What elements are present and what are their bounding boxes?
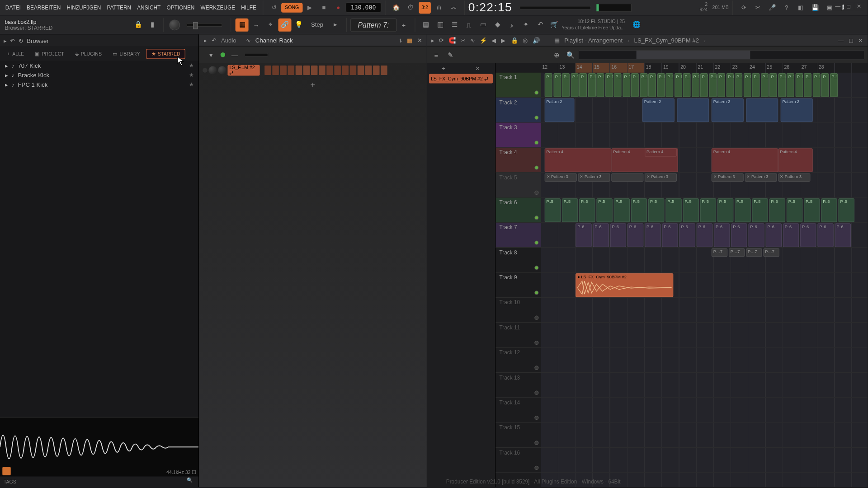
undo-icon[interactable]: ↺ — [268, 1, 280, 13]
clip[interactable]: P..6 — [783, 223, 799, 247]
step-cell[interactable] — [264, 66, 271, 75]
cr-led[interactable] — [221, 52, 226, 57]
track-header[interactable]: Track 11 — [496, 323, 541, 347]
clip[interactable]: P..6 — [731, 223, 747, 247]
clip[interactable]: P..6 — [610, 223, 627, 247]
menu-werkzeuge[interactable]: WERKZEUGE — [198, 5, 238, 10]
cr-back-icon[interactable]: ↶ — [212, 37, 217, 43]
tab-project[interactable]: ▣PROJECT — [30, 49, 69, 58]
pl-nav-icon[interactable]: ▸ — [431, 37, 434, 43]
track-header[interactable]: Track 6 — [496, 198, 541, 223]
credits-icon[interactable]: ◧ — [795, 1, 807, 13]
tab-starred[interactable]: ★STARRED — [146, 48, 186, 58]
clip[interactable]: P..1 — [726, 73, 734, 97]
clip[interactable]: P..5 — [545, 198, 561, 222]
overview-bar[interactable] — [579, 50, 865, 60]
pl-speaker-icon[interactable]: 🔊 — [533, 37, 540, 43]
track-header[interactable]: Track 7 — [496, 223, 541, 248]
list-item[interactable]: ▸♪Bracke Kick★ — [0, 70, 198, 80]
clip[interactable]: P..6 — [766, 223, 782, 247]
clip[interactable]: P..5 — [614, 198, 630, 222]
overdub-icon[interactable]: 3:2 — [419, 1, 430, 13]
clip[interactable] — [611, 174, 643, 182]
browser-btn[interactable]: ▭ — [476, 18, 490, 31]
clip[interactable]: P…7 — [729, 249, 745, 257]
clip[interactable]: Pattern 4 — [645, 148, 677, 156]
clip[interactable]: P..6 — [679, 223, 696, 247]
clip[interactable]: P..1 — [605, 73, 613, 97]
clip[interactable]: P..6 — [697, 223, 713, 247]
pl-lock-icon[interactable]: 🔒 — [511, 37, 518, 43]
clip[interactable]: P..5 — [579, 198, 595, 222]
minimize-button[interactable]: — — [833, 2, 843, 10]
track-header[interactable]: Track 9 — [496, 273, 541, 298]
channel-name[interactable]: LS_F...M #2 ⇄ — [227, 65, 259, 76]
pl-a-icon[interactable]: ◀ — [491, 37, 496, 43]
menu-ansicht[interactable]: ANSICHT — [134, 5, 164, 10]
link-icon[interactable]: 🔗 — [278, 18, 292, 31]
clip[interactable]: P..5 — [631, 198, 647, 222]
clip[interactable]: P..1 — [553, 73, 561, 97]
clip[interactable]: P…7 — [746, 249, 762, 257]
clip[interactable]: P..6 — [627, 223, 644, 247]
midi-icon[interactable]: ▮ — [146, 18, 159, 31]
pattern-add-icon[interactable]: + — [397, 18, 410, 31]
save-icon[interactable]: 💾 — [809, 1, 821, 13]
clip[interactable]: P..1 — [760, 73, 768, 97]
clip[interactable]: P..5 — [700, 198, 717, 222]
sync-icon[interactable]: ⟳ — [738, 1, 750, 13]
track-header[interactable]: Track 15 — [496, 423, 541, 448]
record-button[interactable]: ● — [332, 1, 344, 13]
light-icon[interactable]: 💡 — [292, 18, 306, 31]
play-button[interactable]: ▶ — [304, 1, 316, 13]
channel-btn[interactable]: ☰ — [448, 18, 461, 31]
tool-menu[interactable]: ≡ — [429, 48, 443, 61]
pl-close-icon[interactable]: ✕ — [858, 37, 863, 43]
clip[interactable]: P..5 — [769, 198, 786, 222]
clip[interactable]: P..5 — [717, 198, 734, 222]
menu-hilfe[interactable]: HILFE — [238, 5, 259, 10]
clip[interactable]: P..1 — [640, 73, 647, 97]
clip[interactable]: P..1 — [571, 73, 578, 97]
pl-flash-icon[interactable]: ⚡ — [480, 37, 487, 43]
clip[interactable]: Pattern 2 — [712, 98, 744, 122]
stop-button[interactable]: ■ — [318, 1, 330, 13]
song-mode-button[interactable]: SONG — [281, 3, 302, 12]
clip[interactable]: ● LS_FX_Cym_90BPM #2 — [576, 273, 673, 297]
clip[interactable]: P..1 — [830, 73, 837, 97]
pl-cut-icon[interactable]: ✂ — [461, 37, 466, 43]
pl-b-icon[interactable]: ▶ — [501, 37, 506, 43]
clip[interactable]: P..5 — [821, 198, 837, 222]
clip[interactable]: P..1 — [743, 73, 751, 97]
loop-icon[interactable]: ⫙ — [433, 1, 445, 13]
pattern-selector[interactable]: Pattern 7: — [350, 18, 396, 31]
track-header[interactable]: Track 12 — [496, 348, 541, 373]
back-icon[interactable]: ↶ — [10, 37, 15, 43]
clip[interactable]: P..5 — [665, 198, 682, 222]
clip[interactable]: Pattern 2 — [642, 98, 675, 122]
pl-magnet-icon[interactable]: 🧲 — [448, 37, 456, 43]
plugin-btn[interactable]: ◆ — [491, 18, 504, 31]
snap-arrow-icon[interactable]: → — [250, 18, 263, 31]
lock-icon[interactable]: 🔒 — [132, 18, 145, 31]
clip[interactable]: P..6 — [835, 223, 851, 247]
tool-brush[interactable]: ⊕ — [550, 48, 563, 61]
pl-min-icon[interactable]: — — [838, 37, 844, 43]
clip[interactable]: P..5 — [648, 198, 665, 222]
step-icon[interactable]: ⫘ — [448, 1, 459, 13]
clip[interactable]: P..1 — [787, 73, 794, 97]
channel-row[interactable]: LS_F...M #2 ⇄ — [203, 64, 423, 76]
globe-icon[interactable]: 🌐 — [630, 18, 643, 31]
clip[interactable]: P..1 — [778, 73, 786, 97]
clip[interactable]: P..6 — [748, 223, 764, 247]
clip[interactable]: P..5 — [838, 198, 854, 222]
channel-vol-knob[interactable] — [218, 66, 226, 74]
main-knob[interactable] — [169, 19, 180, 30]
clip[interactable]: P..1 — [657, 73, 665, 97]
clip[interactable]: P..1 — [700, 73, 708, 97]
clip[interactable]: P..5 — [596, 198, 613, 222]
tab-audio[interactable]: Audio — [221, 37, 236, 43]
clip[interactable]: P..1 — [683, 73, 690, 97]
clip[interactable]: Pattern 4 — [712, 148, 778, 172]
snap-button[interactable]: ▦ — [236, 18, 249, 31]
